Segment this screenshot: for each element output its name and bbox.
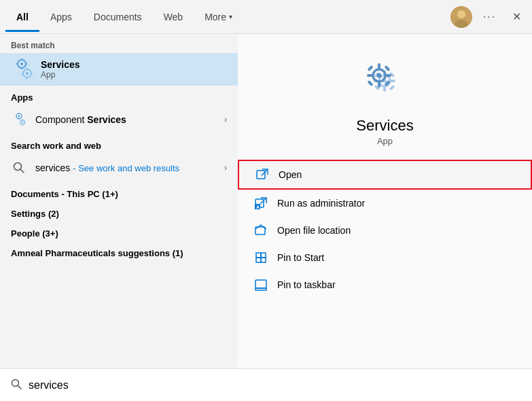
- left-panel: Best match Serv: [0, 34, 238, 368]
- suggestions-label: Amneal Pharmaceuticals suggestions (1): [0, 241, 238, 261]
- top-right-controls: ··· ✕: [450, 6, 527, 28]
- pin-taskbar-label: Pin to taskbar: [277, 279, 336, 290]
- right-panel: Services App Open: [238, 34, 532, 368]
- pin-taskbar-button[interactable]: Pin to taskbar: [238, 271, 532, 298]
- best-match-item[interactable]: Services App: [0, 53, 238, 86]
- run-admin-button[interactable]: A Run as administrator: [238, 190, 532, 217]
- best-match-label: Best match: [0, 34, 238, 53]
- main-content: Best match Serv: [0, 34, 532, 368]
- tab-documents[interactable]: Documents: [83, 2, 153, 32]
- svg-rect-51: [261, 258, 266, 262]
- component-services-icon: [11, 111, 27, 128]
- open-label: Open: [279, 169, 302, 180]
- svg-rect-50: [256, 258, 261, 262]
- svg-rect-35: [367, 74, 373, 77]
- svg-rect-37: [367, 65, 373, 71]
- app-type: App: [377, 136, 393, 146]
- svg-rect-52: [255, 280, 266, 288]
- close-button[interactable]: ✕: [507, 7, 527, 26]
- best-match-title: Services: [41, 59, 80, 70]
- svg-rect-26: [390, 80, 395, 82]
- svg-point-32: [376, 73, 381, 78]
- apps-section-label: Apps: [0, 86, 238, 105]
- app-title: Services: [356, 117, 413, 135]
- tab-more[interactable]: More ▾: [194, 2, 243, 32]
- svg-point-4: [20, 63, 23, 65]
- svg-text:A: A: [256, 205, 260, 209]
- search-bar-icon: [11, 379, 22, 392]
- services-icon: [11, 58, 33, 80]
- settings-label: Settings (2): [0, 202, 238, 222]
- svg-rect-49: [261, 253, 266, 258]
- search-web-meta: - See work and web results: [73, 163, 179, 173]
- action-list: Open A Run as administrator: [238, 160, 532, 298]
- tab-apps[interactable]: Apps: [39, 2, 83, 32]
- open-location-button[interactable]: Open file location: [238, 217, 532, 244]
- svg-rect-24: [383, 86, 386, 92]
- search-web-icon: [11, 160, 27, 176]
- svg-rect-39: [367, 80, 373, 86]
- svg-point-18: [22, 122, 23, 123]
- component-services-item[interactable]: Component Services ›: [0, 105, 238, 134]
- run-admin-icon: A: [254, 196, 268, 210]
- component-services-label: Component Services: [35, 114, 216, 125]
- svg-rect-48: [256, 253, 261, 258]
- pin-start-icon: [254, 251, 268, 264]
- open-location-label: Open file location: [277, 225, 351, 236]
- search-web-item[interactable]: services - See work and web results ›: [0, 154, 238, 182]
- app-icon-area: [358, 54, 412, 109]
- open-icon: [255, 168, 269, 181]
- open-location-icon: [254, 224, 268, 237]
- svg-point-16: [18, 116, 20, 118]
- people-label: People (3+): [0, 222, 238, 241]
- svg-point-1: [457, 10, 465, 18]
- app-icon: [361, 58, 409, 105]
- svg-rect-41: [257, 171, 265, 179]
- pin-start-button[interactable]: Pin to Start: [238, 244, 532, 271]
- chevron-right-icon: ›: [224, 115, 227, 124]
- svg-point-10: [26, 72, 29, 75]
- pin-start-label: Pin to Start: [277, 252, 324, 263]
- chevron-down-icon: ▾: [229, 13, 232, 20]
- search-web-label: Search work and web: [0, 134, 238, 154]
- top-navigation: All Apps Documents Web More ▾ ··· ✕: [0, 0, 532, 34]
- svg-rect-36: [385, 74, 391, 77]
- best-match-subtitle: App: [41, 70, 80, 80]
- run-admin-label: Run as administrator: [277, 198, 365, 209]
- tab-all[interactable]: All: [5, 2, 39, 32]
- svg-line-20: [20, 169, 24, 173]
- svg-line-55: [18, 385, 22, 389]
- search-input[interactable]: [29, 379, 521, 391]
- svg-rect-30: [389, 85, 394, 90]
- more-options-button[interactable]: ···: [480, 8, 499, 26]
- tab-web[interactable]: Web: [153, 2, 194, 32]
- svg-rect-53: [255, 288, 266, 290]
- search-bar: [0, 368, 532, 401]
- pin-taskbar-icon: [254, 278, 268, 292]
- avatar[interactable]: [450, 6, 472, 28]
- search-web-chevron: ›: [224, 163, 227, 173]
- svg-rect-33: [378, 63, 380, 69]
- avatar-image: [450, 6, 472, 28]
- open-button[interactable]: Open: [238, 160, 532, 190]
- documents-label: Documents - This PC (1+): [0, 182, 238, 202]
- search-web-label-text: services - See work and web results: [35, 162, 216, 173]
- svg-rect-34: [378, 82, 380, 88]
